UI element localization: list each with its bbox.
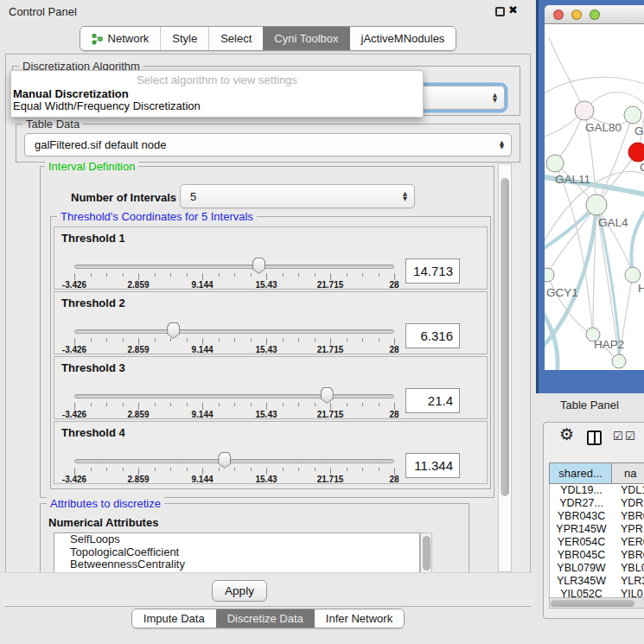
network-node[interactable] — [575, 101, 594, 120]
slider-tick — [347, 468, 348, 471]
slider-handle[interactable] — [167, 322, 180, 339]
slider-tick-label: 15.43 — [255, 280, 277, 290]
slider-tick-label: 21.715 — [317, 410, 344, 419]
mac-minimize-icon[interactable] — [571, 10, 582, 20]
attribute-item-selfloops[interactable]: SelfLoops — [54, 533, 419, 546]
tab-cyni-toolbox[interactable]: Cyni Toolbox — [263, 27, 349, 50]
network-node[interactable] — [545, 268, 554, 282]
tab-select[interactable]: Select — [208, 27, 263, 50]
slider-tick-label: 28 — [389, 410, 399, 419]
algorithm-option-equal-width-frequency-discretization[interactable]: Equal Width/Frequency Discretization — [13, 99, 201, 112]
table-row[interactable]: YER054CYER0 — [550, 536, 644, 549]
table-row[interactable]: YBR045CYBR0 — [550, 549, 644, 562]
float-window-icon[interactable] — [495, 7, 505, 16]
slider-tick — [330, 338, 331, 345]
number-of-intervals-combobox[interactable]: 5 ▲▼ — [180, 184, 415, 208]
slider-tick-label: -3.426 — [62, 345, 86, 354]
table-row[interactable]: YBR043CYBR0 — [550, 510, 644, 523]
algorithm-hint-text: Select algorithm to view settings — [11, 73, 423, 86]
tab-network[interactable]: Network — [80, 27, 161, 50]
slider-tick — [123, 403, 124, 406]
cell-shared-name: YPR145W — [550, 523, 613, 536]
cell-shared-name: YDR27... — [550, 497, 613, 510]
slider-tick — [298, 468, 299, 471]
slider-handle[interactable] — [252, 258, 265, 274]
column-header-shared-name[interactable]: shared... — [549, 462, 612, 484]
interval-definition-group-title: Interval Definition — [45, 160, 138, 173]
network-window-titlebar[interactable] — [545, 5, 644, 24]
slider-tick — [266, 273, 267, 280]
algorithm-option-manual-discretization[interactable]: Manual Discretization — [13, 87, 129, 100]
table-row[interactable]: YIL052CYIL0 — [550, 588, 644, 597]
slider-handle[interactable] — [218, 452, 231, 469]
network-icon — [92, 33, 103, 45]
table-horizontal-scrollbar[interactable] — [549, 597, 644, 609]
slider-handle[interactable] — [321, 387, 334, 404]
settings-vertical-scrollbar[interactable] — [498, 163, 512, 572]
table-panel: Table Panel ⚙ ☑ ☑ shared... na YDL19...Y… — [536, 393, 644, 644]
mac-zoom-icon[interactable] — [590, 10, 600, 20]
mac-close-icon[interactable] — [553, 10, 564, 20]
network-node[interactable] — [586, 194, 607, 215]
tab-discretize-data[interactable]: Discretize Data — [216, 609, 315, 628]
slider-tick — [283, 403, 284, 406]
checked-checkbox-icon[interactable]: ☑ — [625, 430, 635, 443]
close-icon[interactable]: ✖ — [508, 3, 518, 16]
slider-tick — [187, 403, 188, 406]
threshold-value-field[interactable]: 14.713 — [405, 258, 460, 284]
network-node[interactable] — [628, 143, 644, 162]
table-row[interactable]: YDR27...YDR2 — [550, 497, 644, 510]
gear-icon[interactable]: ⚙ — [559, 424, 574, 443]
network-node[interactable] — [612, 354, 626, 368]
threshold-label: Threshold 1 — [61, 232, 125, 245]
table-row[interactable]: YDL19...YDL1 — [550, 484, 644, 497]
table-row[interactable]: YPR145WYPR1 — [550, 523, 644, 536]
threshold-label: Threshold 3 — [61, 361, 125, 374]
slider-tick — [315, 468, 316, 471]
table-data-combobox[interactable]: galFiltered.sif default node ▲▼ — [24, 133, 512, 156]
checked-checkbox-icon[interactable]: ☑ — [613, 430, 623, 443]
attribute-item-topologicalcoefficient[interactable]: TopologicalCoefficient — [54, 546, 419, 559]
slider-tick — [138, 273, 139, 280]
table-row[interactable]: YBL079WYBL0 — [550, 562, 644, 575]
threshold-row-2: Threshold 2-3.4262.8599.14415.4321.71528… — [54, 291, 488, 354]
slider-tick — [74, 468, 75, 475]
slider-tick — [170, 403, 171, 406]
scrollbar-thumb[interactable] — [423, 536, 430, 571]
table-panel-pane: ⚙ ☑ ☑ shared... na YDL19...YDL1YDR27...Y… — [543, 422, 644, 619]
slider-tick — [74, 403, 75, 410]
slider-tick-label: 21.715 — [317, 345, 344, 354]
slider-track[interactable] — [74, 265, 394, 269]
tab-infer-network[interactable]: Infer Network — [315, 609, 404, 628]
attribute-item-betweennesscentrality[interactable]: BetweennessCentrality — [54, 558, 419, 571]
slider-tick-label: 15.43 — [255, 410, 277, 419]
threshold-value-field[interactable]: 6.316 — [405, 323, 460, 348]
slider-tick-label: 15.43 — [255, 345, 277, 354]
tab-impute-data[interactable]: Impute Data — [132, 609, 216, 628]
slider-track[interactable] — [74, 329, 394, 334]
network-canvas[interactable]: GAL80GAGAL11CGAL4GCY1HHAP2 — [545, 24, 644, 370]
threshold-value-field[interactable]: 11.344 — [405, 453, 460, 478]
cell-shared-name: YBR045C — [550, 549, 613, 562]
node-label-gal11: GAL11 — [555, 173, 590, 186]
slider-tick — [298, 338, 299, 341]
slider-tick-label: -3.426 — [62, 280, 86, 290]
table-row[interactable]: YLR345WYLR3 — [550, 575, 644, 588]
slider-tick-label: 28 — [389, 345, 399, 354]
tab-jactivemnodules[interactable]: jActiveMNodules — [350, 27, 456, 50]
network-node[interactable] — [625, 267, 641, 283]
slider-track[interactable] — [74, 459, 394, 463]
network-node[interactable] — [546, 155, 564, 172]
scrollbar-thumb[interactable] — [501, 178, 509, 496]
apply-button[interactable]: Apply — [212, 580, 267, 602]
threshold-value-field[interactable]: 21.4 — [405, 388, 460, 413]
scrollbar-thumb[interactable] — [551, 600, 634, 608]
slider-tick-label: 21.715 — [317, 280, 344, 290]
tab-style[interactable]: Style — [160, 27, 208, 50]
slider-track[interactable] — [74, 394, 394, 399]
network-node[interactable] — [624, 106, 641, 124]
columns-icon[interactable] — [587, 430, 602, 445]
column-header-name[interactable]: na — [612, 462, 644, 484]
cell-name: YDL1 — [613, 484, 644, 497]
slider-tick — [74, 338, 75, 345]
